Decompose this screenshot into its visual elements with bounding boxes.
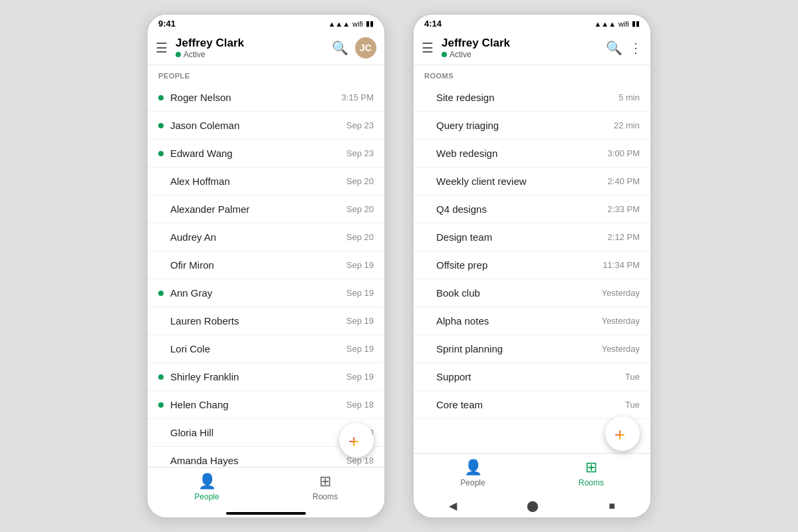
header-actions-left: 🔍 JC	[332, 37, 376, 59]
header-right: ☰ Jeffrey Clark Active 🔍 ⋮	[414, 31, 650, 65]
fab-button-right[interactable]	[605, 416, 640, 451]
avatar-left[interactable]: JC	[355, 37, 376, 59]
online-dot	[158, 374, 164, 380]
nav-people-label-right: People	[460, 478, 485, 487]
status-bar-right: 4:14 ▲▲▲ wifi ▮▮	[414, 15, 650, 31]
list-item[interactable]: Roger Nelson 3:15 PM	[148, 84, 384, 112]
nav-rooms-right[interactable]: ⊞ Rooms	[532, 459, 650, 487]
room-time: Yesterday	[602, 316, 640, 326]
list-item[interactable]: Alex Hoffman Sep 20	[148, 168, 384, 196]
fab-left[interactable]	[339, 423, 374, 458]
person-name: Ann Gray	[170, 287, 346, 299]
list-item[interactable]: Ofir Miron Sep 19	[148, 251, 384, 279]
list-item[interactable]: Lori Cole Sep 19	[148, 335, 384, 363]
list-item[interactable]: Web redesign 3:00 PM	[414, 140, 650, 168]
room-name: Book club	[436, 287, 602, 299]
list-item[interactable]: Lauren Roberts Sep 19	[148, 307, 384, 335]
recents-button[interactable]: ■	[609, 500, 616, 512]
back-button[interactable]: ◀	[449, 499, 457, 512]
header-title-left: Jeffrey Clark	[176, 37, 332, 50]
person-time: Sep 19	[346, 372, 374, 382]
time-right: 4:14	[424, 19, 442, 29]
home-button[interactable]: ⬤	[527, 499, 539, 512]
android-nav: ◀ ⬤ ■	[414, 494, 650, 517]
list-item[interactable]: Ann Gray Sep 19	[148, 279, 384, 307]
battery-icon: ▮▮	[366, 19, 374, 28]
list-item[interactable]: Audrey An Sep 20	[148, 223, 384, 251]
room-time: Yesterday	[602, 344, 640, 354]
nav-rooms-left[interactable]: ⊞ Rooms	[266, 473, 384, 501]
room-time: 2:33 PM	[608, 204, 640, 214]
status-dot-right	[442, 52, 447, 57]
more-icon-right[interactable]: ⋮	[629, 40, 642, 56]
person-name: Alex Hoffman	[170, 176, 346, 187]
person-name: Edward Wang	[170, 148, 346, 159]
person-name: Shirley Franklin	[170, 371, 346, 382]
list-item[interactable]: Core team Tue	[414, 391, 650, 419]
person-time: Sep 19	[346, 288, 374, 298]
list-item[interactable]: Edward Wang Sep 23	[148, 140, 384, 168]
fab-plus-icon-right	[614, 426, 630, 442]
online-dot	[158, 291, 164, 296]
rooms-nav-icon-right: ⊞	[585, 459, 597, 476]
fab-plus-icon-left	[348, 432, 364, 448]
room-name: Sprint planning	[436, 343, 602, 354]
signal-icon-right: ▲▲▲	[594, 20, 616, 28]
list-item[interactable]: Q4 designs 2:33 PM	[414, 196, 650, 223]
person-name: Amanda Hayes	[170, 455, 346, 466]
rooms-nav-icon-left: ⊞	[319, 473, 331, 490]
list-item[interactable]: Book club Yesterday	[414, 279, 650, 307]
list-item[interactable]: Helen Chang Sep 18	[148, 391, 384, 419]
room-time: 3:00 PM	[608, 148, 640, 158]
person-time: Sep 19	[346, 260, 374, 270]
list-item[interactable]: Offsite prep 11:34 PM	[414, 251, 650, 279]
search-icon-right[interactable]: 🔍	[606, 40, 622, 56]
person-time: Sep 18	[346, 400, 374, 410]
person-time: Sep 23	[346, 120, 374, 130]
person-time: Sep 19	[346, 316, 374, 326]
list-item[interactable]: Alexander Palmer Sep 20	[148, 196, 384, 223]
list-item[interactable]: Weekly client review 2:40 PM	[414, 168, 650, 196]
list-item[interactable]: Alpha notes Yesterday	[414, 307, 650, 335]
section-label-right: ROOMS	[414, 65, 650, 84]
person-time: Sep 20	[346, 176, 374, 186]
fab-button-left[interactable]	[339, 423, 374, 458]
search-icon-left[interactable]: 🔍	[332, 40, 348, 56]
fab-right[interactable]	[605, 416, 640, 451]
title-block-left: Jeffrey Clark Active	[176, 37, 332, 59]
status-text-right: Active	[450, 50, 471, 59]
person-time: Sep 20	[346, 204, 374, 214]
room-time: Tue	[625, 400, 640, 410]
list-item[interactable]: Design team 2:12 PM	[414, 223, 650, 251]
phone-left: 9:41 ▲▲▲ wifi ▮▮ ☰ Jeffrey Clark Active …	[146, 13, 386, 519]
person-name: Helen Chang	[170, 399, 346, 410]
list-item[interactable]: Query triaging 22 min	[414, 112, 650, 140]
menu-icon-right[interactable]: ☰	[422, 40, 434, 56]
list-item[interactable]: Support Tue	[414, 363, 650, 391]
list-item[interactable]: Sprint planning Yesterday	[414, 335, 650, 363]
people-nav-icon-right: 👤	[464, 459, 482, 476]
online-dot	[158, 123, 164, 128]
phone-right: 4:14 ▲▲▲ wifi ▮▮ ☰ Jeffrey Clark Active …	[412, 13, 652, 519]
nav-people-label-left: People	[194, 492, 219, 501]
online-dot	[158, 402, 164, 408]
room-name: Support	[436, 371, 625, 382]
room-name: Core team	[436, 399, 625, 410]
nav-people-left[interactable]: 👤 People	[148, 473, 266, 501]
person-name: Alexander Palmer	[170, 203, 346, 215]
room-name: Alpha notes	[436, 315, 602, 327]
room-time: 5 min	[618, 92, 640, 102]
header-actions-right: 🔍 ⋮	[606, 40, 642, 56]
header-title-right: Jeffrey Clark	[442, 37, 606, 50]
rooms-list: Site redesign 5 min Query triaging 22 mi…	[414, 84, 650, 453]
list-item[interactable]: Site redesign 5 min	[414, 84, 650, 112]
menu-icon-left[interactable]: ☰	[156, 40, 168, 56]
person-name: Ofir Miron	[170, 259, 346, 271]
room-name: Query triaging	[436, 120, 614, 131]
list-item[interactable]: Jason Coleman Sep 23	[148, 112, 384, 140]
list-item[interactable]: Shirley Franklin Sep 19	[148, 363, 384, 391]
room-time: 2:12 PM	[608, 232, 640, 242]
home-bar-left	[148, 508, 384, 517]
room-time: Tue	[625, 372, 640, 382]
nav-people-right[interactable]: 👤 People	[414, 459, 532, 487]
